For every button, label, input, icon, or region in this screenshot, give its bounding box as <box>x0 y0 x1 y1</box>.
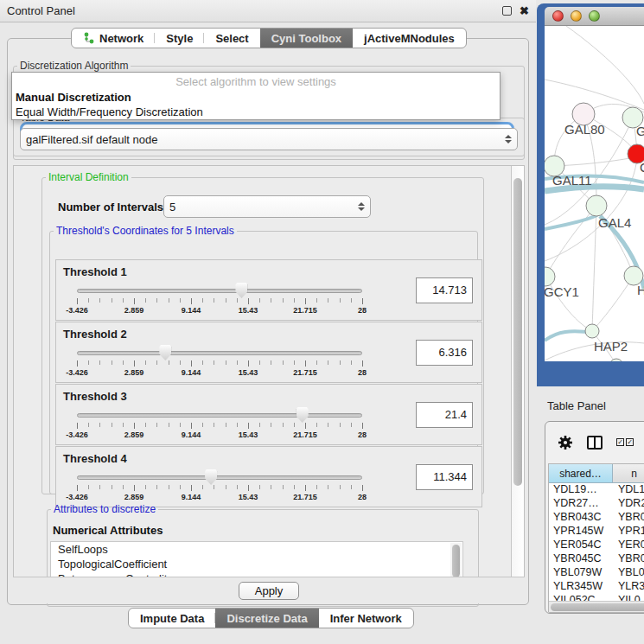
interval-definition-title: Interval Definition <box>46 171 131 183</box>
tick-label: 28 <box>358 306 367 315</box>
tab-jactivemnodules-label: jActiveMNodules <box>364 32 455 45</box>
tab-style-label: Style <box>166 32 193 45</box>
network-edge[interactable] <box>545 206 596 277</box>
bottom-tabbar: Impute Data Discretize Data Infer Networ… <box>128 608 414 628</box>
interval-definition-group: Interval Definition Number of Intervals … <box>41 171 484 494</box>
network-canvas[interactable]: GAL80GCGAL11GAL4GCY1HHAP2 <box>545 26 644 361</box>
threshold-panel: Threshold 3-3.4262.8599.14415.4321.71528… <box>55 384 482 445</box>
network-node[interactable] <box>585 324 599 338</box>
threshold-value-field[interactable]: 21.4 <box>416 402 473 428</box>
network-icon <box>83 32 94 44</box>
tab-select-label: Select <box>215 32 248 45</box>
checkbox-icon: ✓ <box>626 438 634 446</box>
threshold-slider-track[interactable] <box>77 475 362 480</box>
tab-network[interactable]: Network <box>72 29 155 48</box>
settings-scrollbar-thumb[interactable] <box>513 178 522 486</box>
cyni-toolbox-panel: Discretization Algorithm Table Data galF… <box>7 38 529 605</box>
attributes-list-scrollbar[interactable] <box>450 543 462 581</box>
threshold-slider-handle[interactable] <box>159 345 171 360</box>
network-node[interactable] <box>586 195 607 216</box>
attribute-list-item[interactable]: SelfLoops <box>51 542 462 557</box>
threshold-label: Threshold 3 <box>63 390 127 403</box>
network-node-label: GAL4 <box>598 215 631 230</box>
network-node-label: GAL11 <box>552 173 592 188</box>
table-data-combobox[interactable]: galFiltered.sif default node <box>20 128 518 150</box>
column-header-shared-name[interactable]: shared… <box>549 464 613 483</box>
threshold-slider-handle[interactable] <box>235 283 247 298</box>
network-edge[interactable] <box>592 206 596 331</box>
tick-label: 15.43 <box>239 306 258 315</box>
threshold-value-field[interactable]: 6.316 <box>416 340 473 366</box>
number-of-intervals-value: 5 <box>169 201 357 214</box>
tick-label: 9.144 <box>182 368 201 377</box>
tick-label: 28 <box>358 493 367 501</box>
tab-style[interactable]: Style <box>155 29 204 48</box>
tick-label: 2.859 <box>124 430 144 439</box>
column-header-name[interactable]: n <box>613 464 644 483</box>
gear-icon[interactable] <box>558 435 573 450</box>
attributes-group-title: Attributes to discretize <box>51 503 158 515</box>
threshold-slider-track[interactable] <box>77 289 362 293</box>
network-window-titlebar[interactable] <box>545 7 644 26</box>
zoom-window-icon[interactable] <box>589 10 600 22</box>
tab-infer-network[interactable]: Infer Network <box>319 609 413 628</box>
algorithm-group-title: Discretization Algorithm <box>17 60 131 72</box>
table-row[interactable]: YBR043CYBR0 <box>549 511 644 525</box>
tick-label: 15.43 <box>239 430 258 439</box>
table-panel-toolbar: ✓ ✓ <box>545 422 644 462</box>
apply-button[interactable]: Apply <box>239 582 300 600</box>
table-row[interactable]: YLR345WYLR3 <box>549 580 644 594</box>
table-row[interactable]: YBL079WYBL0 <box>549 566 644 580</box>
threshold-label: Threshold 4 <box>63 452 127 465</box>
tick-label: 28 <box>358 368 367 377</box>
numerical-attributes-list[interactable]: SelfLoopsTopologicalCoefficientBetweenne… <box>50 541 463 581</box>
table-row[interactable]: YPR145WYPR1 <box>549 525 644 539</box>
network-node[interactable] <box>545 267 555 286</box>
threshold-value-field[interactable]: 14.713 <box>416 277 473 303</box>
threshold-value-field[interactable]: 11.344 <box>416 464 473 490</box>
algorithm-dropdown: Select algorithm to view settings Manual… <box>11 72 501 120</box>
table-row[interactable]: YDR27…YDR2 <box>549 497 644 511</box>
dropdown-prompt: Select algorithm to view settings <box>12 73 500 90</box>
close-window-icon[interactable] <box>552 10 564 22</box>
tick-label: 21.715 <box>293 430 317 439</box>
table-row[interactable]: YBR045CYBR0 <box>549 552 644 566</box>
threshold-slider-track[interactable] <box>77 413 362 418</box>
network-edge[interactable] <box>545 215 597 229</box>
threshold-slider-track[interactable] <box>77 351 362 355</box>
network-edge[interactable] <box>545 80 644 110</box>
threshold-label: Threshold 2 <box>63 328 127 341</box>
table-hscrollbar[interactable] <box>549 601 644 612</box>
slider-ticks: -3.4262.8599.14415.4321.71528 <box>77 298 362 319</box>
network-edge[interactable] <box>566 26 644 104</box>
table-cell: YBR0 <box>613 511 644 525</box>
tab-select[interactable]: Select <box>204 29 259 48</box>
panel-title: Control Panel <box>7 4 75 17</box>
network-edge[interactable] <box>545 331 591 341</box>
attribute-list-item[interactable]: TopologicalCoefficient <box>51 557 462 571</box>
settings-scrollbar[interactable] <box>511 166 524 577</box>
checkbox-icon: ✓ <box>616 438 624 446</box>
slider-ticks: -3.4262.8599.14415.4321.71528 <box>77 360 362 381</box>
table-row[interactable]: YDL19…YDL1 <box>549 483 644 497</box>
network-view-window: GAL80GCGAL11GAL4GCY1HHAP2 <box>537 3 644 386</box>
table-row[interactable]: YER054CYER0 <box>549 539 644 552</box>
threshold-slider-handle[interactable] <box>205 469 217 485</box>
tab-impute-data[interactable]: Impute Data <box>129 609 215 628</box>
dropdown-option[interactable]: Equal Width/Frequency Discretization <box>12 105 500 119</box>
tab-cyni-toolbox[interactable]: Cyni Toolbox <box>260 29 353 48</box>
select-columns-icon[interactable]: ✓ ✓ <box>616 438 634 446</box>
tab-jactivemnodules[interactable]: jActiveMNodules <box>353 29 466 48</box>
columns-icon[interactable] <box>587 436 603 450</box>
table-cell: YLR3 <box>613 580 644 594</box>
close-icon[interactable]: ✖ <box>520 5 529 16</box>
network-node[interactable] <box>609 359 623 361</box>
number-of-intervals-combobox[interactable]: 5 <box>163 195 371 218</box>
minimize-window-icon[interactable] <box>571 10 582 22</box>
threshold-slider-handle[interactable] <box>296 407 309 423</box>
network-edge[interactable] <box>592 276 634 331</box>
float-panel-icon[interactable] <box>502 6 512 16</box>
tab-discretize-data[interactable]: Discretize Data <box>215 609 318 628</box>
dropdown-option[interactable]: Manual Discretization <box>12 90 500 105</box>
network-node-label: GAL80 <box>564 122 605 137</box>
